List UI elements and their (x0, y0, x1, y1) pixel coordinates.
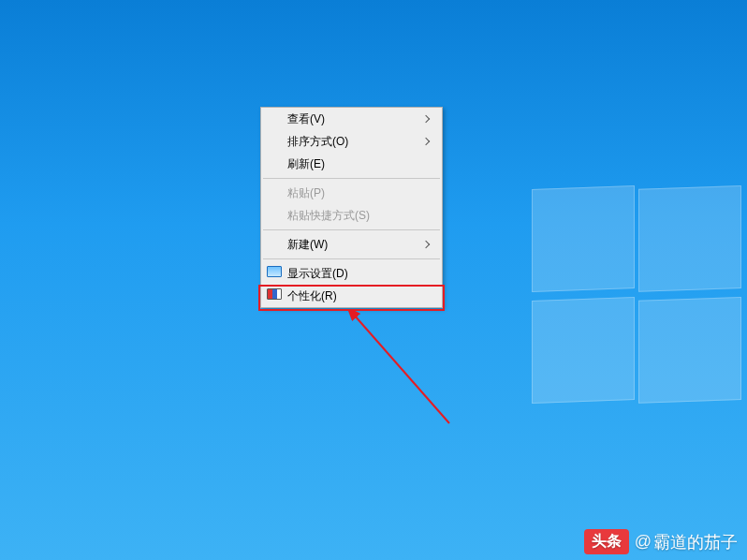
menu-item-personalize[interactable]: 个性化(R) (261, 285, 442, 307)
menu-label: 个性化(R) (287, 288, 434, 304)
chevron-right-icon (422, 241, 430, 248)
personalize-icon (267, 288, 282, 300)
menu-label: 新建(W) (287, 237, 423, 253)
menu-item-refresh[interactable]: 刷新(E) (261, 153, 442, 175)
menu-label: 查看(V) (287, 111, 423, 127)
menu-separator (263, 258, 440, 259)
menu-item-paste: 粘贴(P) (261, 182, 442, 204)
windows-logo (532, 187, 747, 403)
chevron-right-icon (422, 115, 430, 123)
menu-separator (263, 178, 440, 179)
watermark-author: 霸道的茄子 (653, 531, 738, 553)
menu-item-sort[interactable]: 排序方式(O) (261, 130, 442, 153)
menu-item-view[interactable]: 查看(V) (261, 108, 442, 130)
svg-line-0 (354, 315, 449, 423)
menu-label: 显示设置(D) (287, 266, 434, 282)
chevron-right-icon (422, 138, 430, 145)
menu-item-paste-shortcut: 粘贴快捷方式(S) (261, 204, 442, 227)
annotation-arrow (346, 311, 459, 433)
menu-separator (263, 229, 440, 230)
menu-label: 粘贴快捷方式(S) (287, 208, 434, 224)
watermark-at: @ (635, 532, 652, 552)
desktop-context-menu: 查看(V) 排序方式(O) 刷新(E) 粘贴(P) 粘贴快捷方式(S) 新建(W… (260, 107, 443, 308)
watermark: 头条 @ 霸道的茄子 (584, 529, 738, 554)
menu-label: 粘贴(P) (287, 185, 434, 201)
menu-item-display-settings[interactable]: 显示设置(D) (261, 262, 442, 285)
watermark-brand: 头条 (584, 529, 629, 554)
menu-label: 刷新(E) (287, 156, 434, 172)
menu-item-new[interactable]: 新建(W) (261, 233, 442, 256)
menu-label: 排序方式(O) (287, 134, 423, 150)
display-icon (267, 266, 282, 277)
